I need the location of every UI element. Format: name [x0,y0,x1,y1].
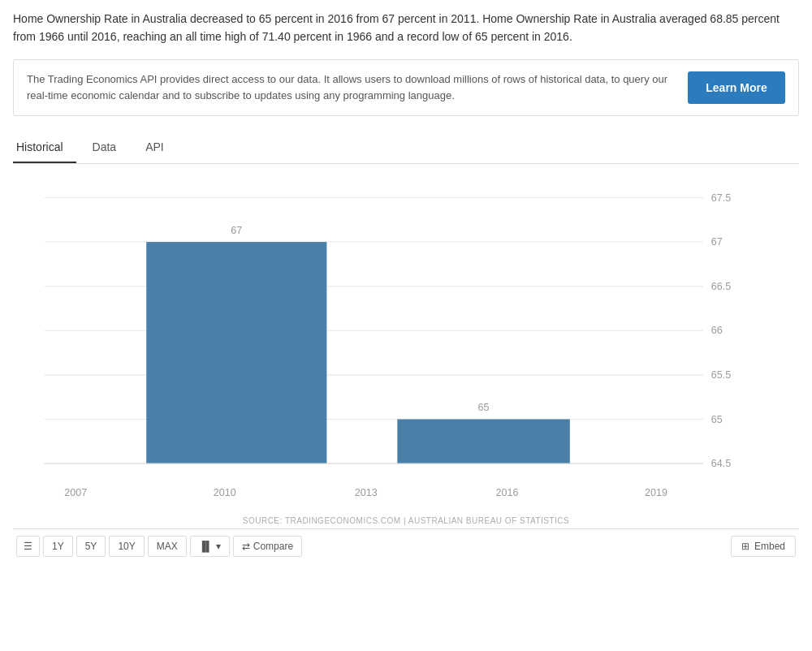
svg-text:67: 67 [711,235,723,248]
bar-2011 [146,242,326,463]
svg-text:66.5: 66.5 [711,279,731,292]
10y-button[interactable]: 10Y [109,536,144,557]
tab-api[interactable]: API [142,132,177,163]
svg-text:67.5: 67.5 [711,191,731,204]
toolbar-left: ☰ 1Y 5Y 10Y MAX ▐▌ ▾ ⇄ Compare [16,536,302,557]
compare-icon: ⇄ [242,541,250,552]
embed-button[interactable]: ⊞ Embed [731,536,796,557]
embed-label: Embed [754,541,785,552]
svg-text:2010: 2010 [214,485,236,498]
bar-2016 [397,419,570,463]
svg-text:2019: 2019 [645,485,667,498]
api-banner-text: The Trading Economics API provides direc… [27,71,672,103]
tab-data[interactable]: Data [89,132,130,163]
embed-icon: ⊞ [741,541,749,552]
bar-chart: 67.5 67 66.5 66 65.5 65 64.5 2007 2010 2… [13,172,750,513]
1y-button[interactable]: 1Y [43,536,73,557]
svg-text:2016: 2016 [496,485,519,498]
svg-text:67: 67 [231,223,242,236]
description-text: Home Ownership Rate in Australia decreas… [13,10,799,46]
menu-icon-button[interactable]: ☰ [16,536,40,557]
svg-text:65.5: 65.5 [711,368,731,381]
tabs-container: Historical Data API [13,132,799,164]
svg-text:64.5: 64.5 [711,457,731,470]
chart-source: SOURCE: TRADINGECONOMICS.COM | AUSTRALIA… [13,516,799,525]
tab-historical[interactable]: Historical [13,132,76,163]
max-button[interactable]: MAX [148,536,187,557]
5y-button[interactable]: 5Y [76,536,106,557]
compare-label: Compare [253,541,293,552]
svg-text:65: 65 [478,400,490,413]
chart-toolbar: ☰ 1Y 5Y 10Y MAX ▐▌ ▾ ⇄ Compare ⊞ Embed [13,528,799,563]
chart-type-button[interactable]: ▐▌ ▾ [190,536,230,557]
api-banner: The Trading Economics API provides direc… [13,59,799,116]
learn-more-button[interactable]: Learn More [688,71,785,104]
chart-container: 67.5 67 66.5 66 65.5 65 64.5 2007 2010 2… [13,172,799,513]
chevron-down-icon: ▾ [216,541,221,552]
svg-text:65: 65 [711,412,723,425]
svg-text:2013: 2013 [355,485,378,498]
bar-chart-icon: ▐▌ [199,541,213,552]
svg-text:2007: 2007 [64,485,87,498]
svg-text:66: 66 [711,324,723,337]
compare-button[interactable]: ⇄ Compare [233,536,302,557]
